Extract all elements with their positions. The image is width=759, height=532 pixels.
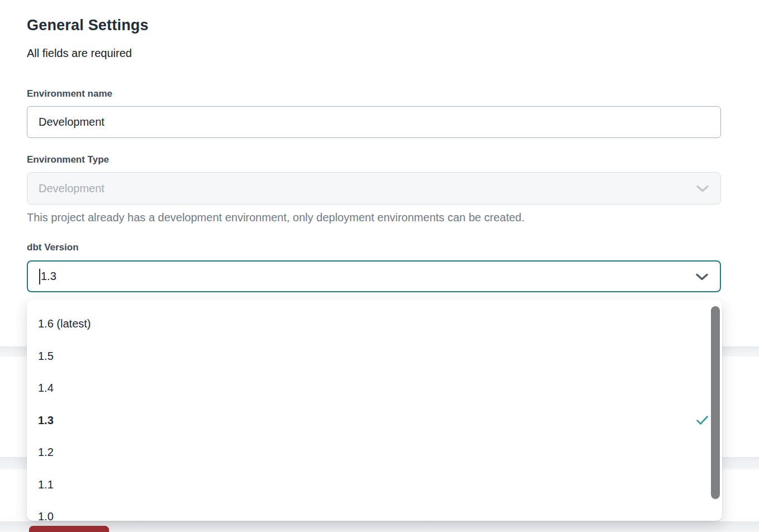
delete-environment-button[interactable] <box>29 526 109 532</box>
option-1-2[interactable]: 1.2 <box>27 436 722 469</box>
text-cursor <box>39 269 40 284</box>
dbt-version-value: 1.3 <box>41 270 56 283</box>
option-1-6-latest[interactable]: 1.6 (latest) <box>27 308 722 340</box>
option-1-3-selected[interactable]: 1.3 <box>27 405 722 437</box>
page-title: General Settings <box>27 17 149 34</box>
option-1-0[interactable]: 1.0 <box>27 501 722 521</box>
option-1-4[interactable]: 1.4 <box>27 372 722 405</box>
dbt-version-dropdown: 1.6 (latest) 1.5 1.4 1.3 1.2 1.1 <box>27 300 722 521</box>
option-1-1[interactable]: 1.1 <box>27 469 722 501</box>
environment-type-label: Environment Type <box>27 154 109 165</box>
environment-name-input[interactable] <box>27 106 721 138</box>
environment-settings-page: General Settings All fields are required… <box>0 0 759 532</box>
option-1-5[interactable]: 1.5 <box>27 340 722 373</box>
chevron-down-icon <box>696 185 709 192</box>
dbt-version-label: dbt Version <box>27 242 79 253</box>
page-subtitle: All fields are required <box>27 47 132 60</box>
dbt-version-combobox[interactable]: 1.3 <box>27 260 721 292</box>
environment-type-help-text: This project already has a development e… <box>27 211 525 224</box>
chevron-down-icon[interactable] <box>695 273 709 280</box>
check-icon <box>696 415 709 426</box>
page-bottom-background <box>0 521 759 532</box>
dropdown-scrollbar[interactable] <box>711 306 720 499</box>
dropdown-option-list: 1.6 (latest) 1.5 1.4 1.3 1.2 1.1 <box>27 300 722 521</box>
environment-name-label: Environment name <box>27 88 112 99</box>
environment-type-select: Development <box>27 172 721 205</box>
environment-type-value: Development <box>39 182 105 195</box>
